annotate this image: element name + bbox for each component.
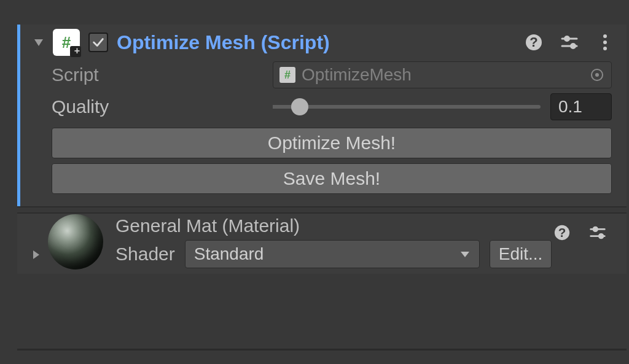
component-header-icons: ? [523,32,620,53]
edit-shader-button[interactable]: Edit... [490,240,552,268]
material-header-icons: ? [552,222,629,243]
presets-icon[interactable] [587,222,608,243]
quality-label: Quality [52,96,273,117]
quality-input[interactable]: 0.1 [550,93,612,120]
enable-checkbox[interactable] [88,33,108,52]
svg-marker-13 [461,252,469,257]
selection-accent [17,25,20,206]
svg-point-17 [593,227,598,231]
svg-marker-0 [34,39,43,46]
material-section: General Mat (Material) Shader Standard E… [17,212,627,274]
optimize-mesh-button[interactable]: Optimize Mesh! [52,128,612,158]
quality-slider-thumb[interactable] [291,98,308,115]
material-title-wrap: General Mat (Material) Shader Standard E… [115,215,552,268]
presets-icon[interactable] [559,32,580,53]
material-foldout[interactable] [31,247,42,263]
script-mini-icon: # [279,67,295,83]
svg-point-11 [595,73,599,77]
script-icon: # + [53,29,80,56]
script-name: OptimizeMesh [302,65,589,85]
foldout-toggle[interactable] [31,34,47,50]
component-title: Optimize Mesh (Script) [117,31,523,54]
shader-row: Shader Standard Edit... [115,240,552,268]
script-label: Script [52,64,273,85]
svg-point-8 [603,41,607,44]
quality-row: Quality 0.1 [17,91,627,123]
svg-marker-12 [33,250,39,259]
object-picker-icon[interactable] [589,67,605,83]
help-icon[interactable]: ? [552,222,572,243]
divider [17,349,627,350]
script-object-field[interactable]: # OptimizeMesh [273,61,612,88]
shader-dropdown[interactable]: Standard [185,240,480,268]
svg-point-7 [603,34,607,38]
component-optimize-mesh: # + Optimize Mesh (Script) ? [17,25,627,207]
material-preview-sphere [48,214,103,269]
save-mesh-button[interactable]: Save Mesh! [52,163,612,194]
svg-point-6 [571,44,576,48]
chevron-down-icon [459,250,471,258]
component-header[interactable]: # + Optimize Mesh (Script) ? [17,25,627,59]
context-menu-icon[interactable] [623,222,629,243]
help-icon[interactable]: ? [523,32,544,53]
svg-point-19 [600,234,604,238]
quality-slider-wrap: 0.1 [273,93,612,120]
svg-text:?: ? [529,34,537,50]
shader-value: Standard [194,244,264,264]
material-header[interactable]: General Mat (Material) Shader Standard E… [31,220,620,264]
script-row: Script # OptimizeMesh [17,59,627,91]
quality-slider[interactable] [273,105,541,109]
context-menu-icon[interactable] [595,32,615,53]
svg-point-4 [565,37,569,41]
svg-point-9 [603,47,607,50]
shader-label: Shader [115,244,175,265]
inspector-panel: # + Optimize Mesh (Script) ? [17,25,627,274]
svg-text:?: ? [558,225,566,239]
material-title: General Mat (Material) [115,215,552,236]
